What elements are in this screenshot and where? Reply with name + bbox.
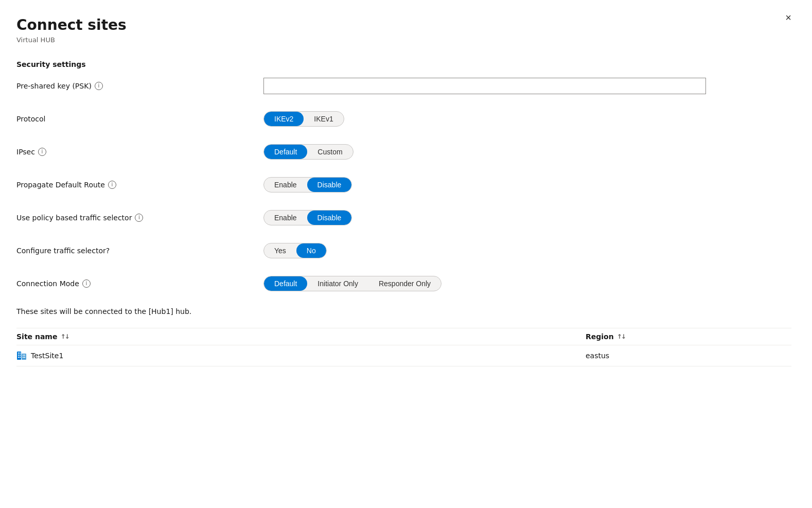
policy-traffic-info-icon[interactable]: i [135, 214, 143, 222]
ipsec-toggle-group: Default Custom [263, 144, 354, 160]
svg-rect-3 [20, 353, 21, 354]
connection-mode-toggle-group: Default Initiator Only Responder Only [263, 276, 442, 291]
propagate-control: Enable Disable [263, 177, 791, 192]
col-site-name: Site name [16, 332, 586, 341]
psk-info-icon[interactable]: i [95, 82, 103, 90]
region-value: eastus [586, 352, 609, 360]
protocol-control: IKEv2 IKEv1 [263, 111, 791, 127]
propagate-toggle-group: Enable Disable [263, 177, 352, 192]
policy-traffic-row: Use policy based traffic selector i Enab… [16, 208, 791, 227]
psk-label: Pre-shared key (PSK) i [16, 82, 263, 90]
policy-traffic-enable-button[interactable]: Enable [264, 211, 307, 225]
configure-traffic-row: Configure traffic selector? Yes No [16, 241, 791, 260]
connection-mode-default-button[interactable]: Default [264, 276, 307, 291]
svg-rect-11 [24, 357, 25, 358]
svg-rect-7 [20, 357, 21, 358]
panel-subtitle: Virtual HUB [16, 36, 791, 44]
svg-rect-10 [23, 357, 24, 358]
psk-row: Pre-shared key (PSK) i [16, 77, 791, 95]
sites-note: These sites will be connected to the [Hu… [16, 307, 791, 316]
policy-traffic-label: Use policy based traffic selector i [16, 214, 263, 222]
svg-rect-2 [18, 353, 19, 354]
propagate-row: Propagate Default Route i Enable Disable [16, 176, 791, 194]
ipsec-default-button[interactable]: Default [264, 145, 307, 159]
configure-traffic-no-button[interactable]: No [296, 243, 326, 258]
svg-rect-1 [22, 354, 26, 360]
propagate-info-icon[interactable]: i [108, 181, 116, 189]
ipsec-info-icon[interactable]: i [38, 148, 46, 156]
site-cell: TestSite1 [16, 351, 586, 361]
propagate-disable-button[interactable]: Disable [307, 178, 352, 192]
site-name: TestSite1 [31, 352, 63, 360]
svg-rect-9 [24, 355, 25, 356]
psk-input[interactable] [263, 78, 706, 94]
svg-rect-4 [18, 355, 19, 356]
svg-rect-6 [18, 357, 19, 358]
ipsec-control: Default Custom [263, 144, 791, 160]
connection-mode-control: Default Initiator Only Responder Only [263, 276, 791, 291]
policy-traffic-toggle-group: Enable Disable [263, 210, 352, 225]
connection-mode-initiator-button[interactable]: Initiator Only [307, 276, 368, 291]
configure-traffic-yes-button[interactable]: Yes [264, 243, 296, 258]
connection-mode-label: Connection Mode i [16, 279, 263, 288]
connection-mode-info-icon[interactable]: i [82, 279, 91, 288]
table-row: TestSite1 eastus [16, 345, 791, 366]
configure-traffic-label: Configure traffic selector? [16, 247, 263, 255]
connect-sites-panel: × Connect sites Virtual HUB Security set… [0, 0, 812, 508]
security-settings-heading: Security settings [16, 60, 791, 68]
protocol-ikev2-button[interactable]: IKEv2 [264, 112, 304, 126]
connection-mode-responder-button[interactable]: Responder Only [368, 276, 441, 291]
svg-rect-8 [23, 355, 24, 356]
ipsec-row: IPsec i Default Custom [16, 143, 791, 161]
table-header: Site name Region [16, 328, 791, 345]
ipsec-label: IPsec i [16, 148, 263, 156]
protocol-label: Protocol [16, 115, 263, 123]
propagate-enable-button[interactable]: Enable [264, 178, 307, 192]
protocol-ikev1-button[interactable]: IKEv1 [304, 112, 343, 126]
protocol-row: Protocol IKEv2 IKEv1 [16, 110, 791, 128]
policy-traffic-control: Enable Disable [263, 210, 791, 225]
svg-rect-5 [20, 355, 21, 356]
panel-title: Connect sites [16, 16, 791, 34]
region-sort-icon[interactable] [617, 333, 625, 340]
configure-traffic-control: Yes No [263, 243, 791, 258]
site-building-icon [16, 351, 27, 361]
ipsec-custom-button[interactable]: Custom [307, 145, 352, 159]
configure-traffic-toggle-group: Yes No [263, 243, 327, 258]
site-sort-icon[interactable] [60, 333, 68, 340]
protocol-toggle-group: IKEv2 IKEv1 [263, 111, 344, 127]
close-button[interactable]: × [781, 10, 796, 25]
psk-control [263, 78, 791, 94]
policy-traffic-disable-button[interactable]: Disable [307, 211, 352, 225]
region-cell: eastus [586, 352, 791, 360]
col-region-name: Region [586, 332, 791, 341]
connection-mode-row: Connection Mode i Default Initiator Only… [16, 274, 791, 293]
sites-table: Site name Region [16, 328, 791, 366]
propagate-label: Propagate Default Route i [16, 181, 263, 189]
